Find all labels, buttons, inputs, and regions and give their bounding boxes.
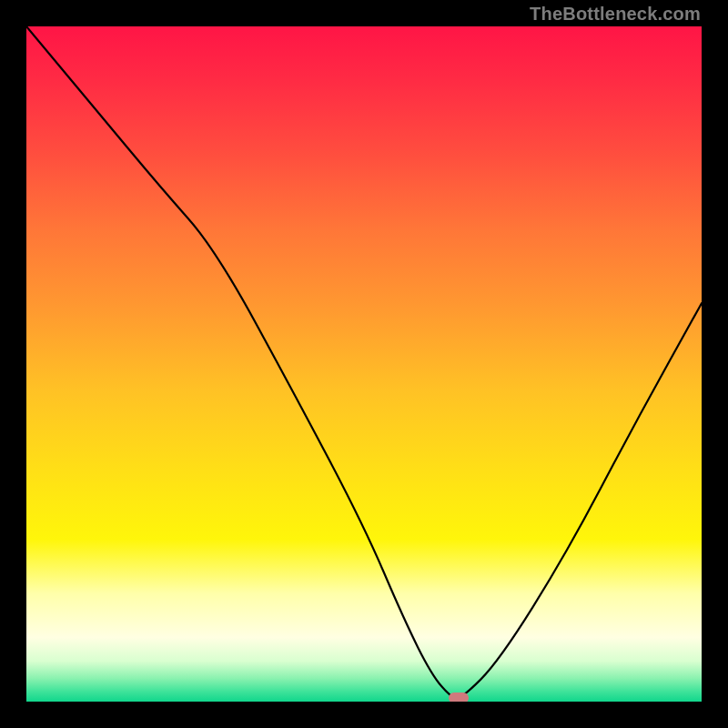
watermark-text: TheBottleneck.com	[530, 4, 701, 25]
curve-layer	[26, 26, 702, 702]
chart-frame: TheBottleneck.com	[0, 0, 728, 728]
plot-area	[26, 26, 702, 702]
bottleneck-curve	[26, 26, 702, 698]
optimal-marker	[449, 693, 469, 702]
